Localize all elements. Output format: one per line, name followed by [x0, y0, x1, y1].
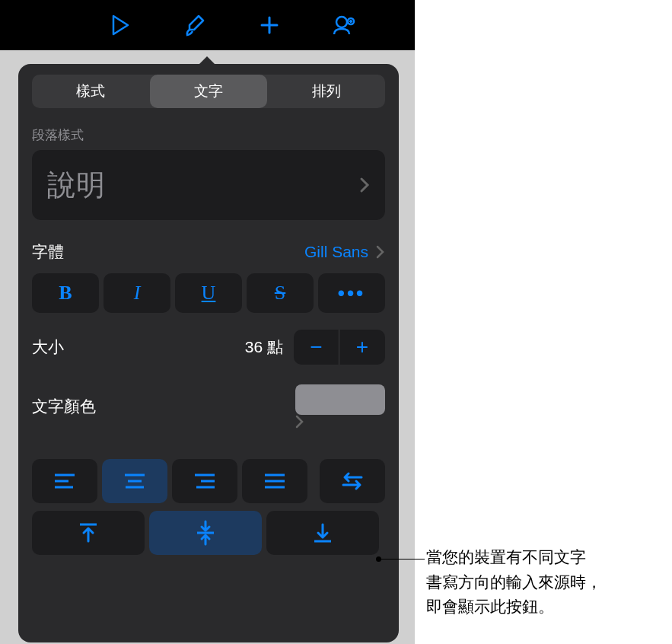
chevron-right-icon	[376, 245, 385, 259]
size-decrease-button[interactable]: −	[294, 330, 339, 365]
paintbrush-icon[interactable]	[181, 11, 209, 39]
plus-icon[interactable]	[256, 11, 283, 39]
font-label: 字體	[32, 241, 64, 263]
text-format-row: B I U S •••	[32, 273, 385, 313]
valign-bottom-button[interactable]	[266, 511, 379, 555]
more-format-button[interactable]: •••	[318, 273, 385, 313]
valign-top-button[interactable]	[32, 511, 145, 555]
tab-style[interactable]: 樣式	[32, 75, 150, 108]
bold-button[interactable]: B	[32, 273, 99, 313]
panel-backdrop: 樣式 文字 排列 段落樣式 說明 字體 Gill Sans B I	[0, 50, 415, 644]
app-toolbar	[0, 0, 415, 50]
tab-text[interactable]: 文字	[150, 75, 268, 108]
align-center-button[interactable]	[102, 459, 167, 503]
text-color-row[interactable]: 文字顏色	[32, 384, 385, 429]
align-justify-button[interactable]	[242, 459, 307, 503]
italic-button[interactable]: I	[104, 273, 170, 313]
align-left-button[interactable]	[32, 459, 97, 503]
font-row[interactable]: 字體 Gill Sans	[32, 241, 385, 263]
panel-tabs: 樣式 文字 排列	[32, 75, 385, 108]
callout-text: 當您的裝置有不同文字 書寫方向的輸入來源時， 即會顯示此按鈕。	[426, 545, 602, 620]
svg-point-0	[336, 17, 347, 27]
paragraph-style-value: 說明	[47, 166, 105, 205]
text-color-label: 文字顏色	[32, 396, 96, 417]
play-icon[interactable]	[107, 11, 134, 39]
text-direction-button[interactable]	[320, 459, 385, 503]
paragraph-style-label: 段落樣式	[32, 126, 385, 144]
callout-leader-line	[379, 559, 425, 560]
size-stepper: − +	[294, 330, 385, 365]
paragraph-style-picker[interactable]: 說明	[32, 150, 385, 220]
size-row: 大小 36 點 − +	[32, 330, 385, 365]
strikethrough-button[interactable]: S	[247, 273, 314, 313]
text-color-swatch[interactable]	[295, 384, 385, 415]
tab-arrange[interactable]: 排列	[267, 75, 385, 108]
chevron-right-icon	[295, 415, 385, 429]
size-label: 大小	[32, 336, 64, 358]
collaborate-icon[interactable]	[330, 11, 358, 39]
format-panel: 樣式 文字 排列 段落樣式 說明 字體 Gill Sans B I	[18, 64, 399, 642]
font-value: Gill Sans	[304, 243, 368, 261]
valign-middle-button[interactable]	[149, 511, 262, 555]
align-right-button[interactable]	[172, 459, 237, 503]
size-increase-button[interactable]: +	[339, 330, 385, 365]
size-value: 36 點	[245, 336, 283, 358]
chevron-right-icon	[359, 177, 370, 193]
alignment-group	[32, 459, 385, 555]
underline-button[interactable]: U	[175, 273, 242, 313]
